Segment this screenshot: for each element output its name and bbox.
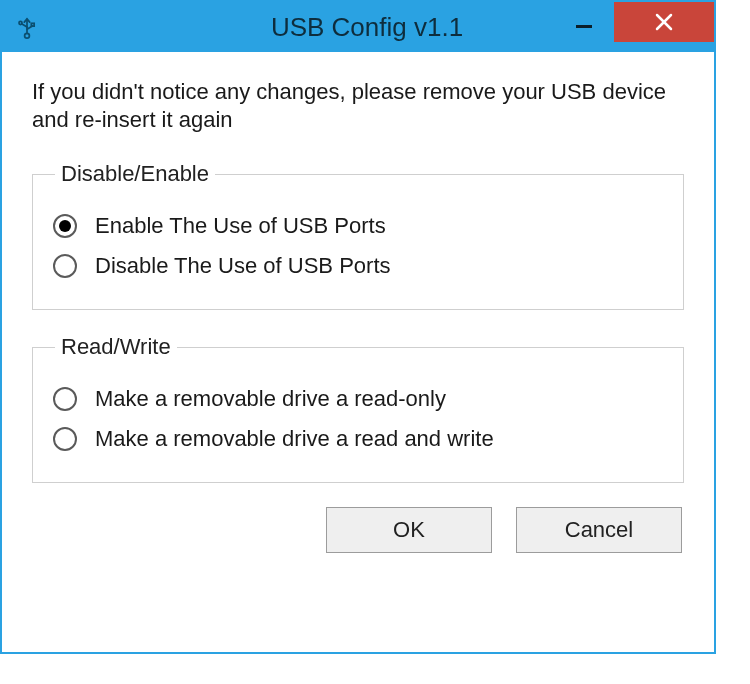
radio-label: Enable The Use of USB Ports — [95, 213, 386, 239]
group-read-write-legend: Read/Write — [55, 334, 177, 360]
group-disable-enable-legend: Disable/Enable — [55, 161, 215, 187]
group-read-write: Read/Write Make a removable drive a read… — [32, 334, 684, 483]
close-button[interactable] — [614, 2, 714, 42]
cancel-button[interactable]: Cancel — [516, 507, 682, 553]
radio-label: Disable The Use of USB Ports — [95, 253, 391, 279]
radio-label: Make a removable drive a read and write — [95, 426, 494, 452]
radio-icon — [53, 387, 77, 411]
close-icon — [653, 11, 675, 33]
instruction-text: If you didn't notice any changes, please… — [32, 78, 684, 133]
radio-icon — [53, 214, 77, 238]
radio-read-write[interactable]: Make a removable drive a read and write — [53, 426, 663, 452]
group-disable-enable: Disable/Enable Enable The Use of USB Por… — [32, 161, 684, 310]
client-area: If you didn't notice any changes, please… — [2, 52, 714, 573]
radio-icon — [53, 427, 77, 451]
window-controls — [554, 2, 714, 42]
radio-label: Make a removable drive a read-only — [95, 386, 446, 412]
minimize-button[interactable] — [554, 2, 614, 42]
button-row: OK Cancel — [32, 507, 684, 553]
radio-disable-usb[interactable]: Disable The Use of USB Ports — [53, 253, 663, 279]
dialog-window: USB Config v1.1 If you didn't notice any… — [0, 0, 716, 654]
minimize-icon — [576, 25, 592, 28]
ok-button[interactable]: OK — [326, 507, 492, 553]
titlebar[interactable]: USB Config v1.1 — [2, 2, 714, 52]
radio-icon — [53, 254, 77, 278]
radio-enable-usb[interactable]: Enable The Use of USB Ports — [53, 213, 663, 239]
radio-read-only[interactable]: Make a removable drive a read-only — [53, 386, 663, 412]
